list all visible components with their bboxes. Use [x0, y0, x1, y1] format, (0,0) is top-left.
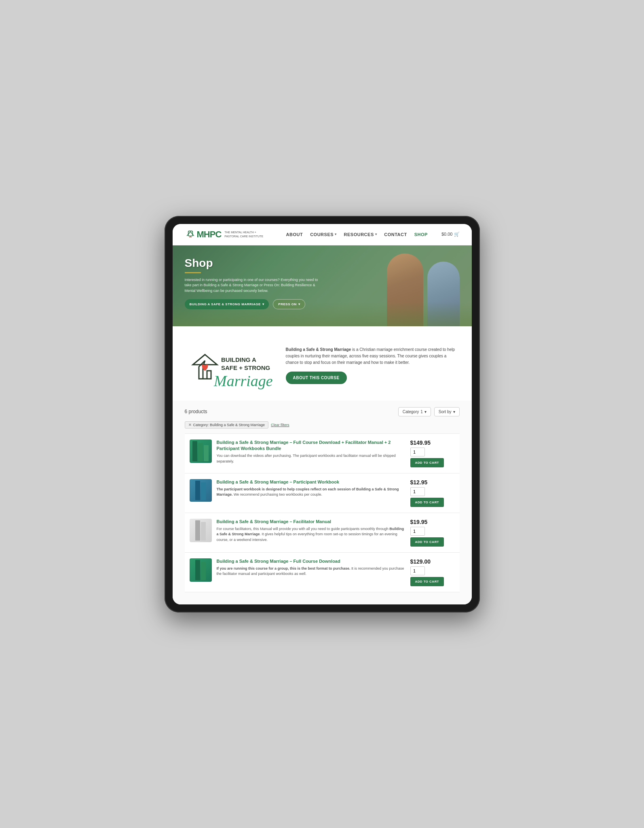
product-desc: The participant workbook is designed to … [217, 487, 405, 498]
product-thumb-bundle [190, 439, 212, 463]
add-to-cart-btn[interactable]: ADD TO CART [410, 498, 444, 507]
product-price: $12.95 [410, 479, 428, 486]
btn2-chevron-icon: ▾ [298, 302, 300, 306]
svg-text:SAFE + STRONG: SAFE + STRONG [221, 364, 270, 371]
product-thumb-download [190, 558, 212, 582]
product-thumb-manual [190, 519, 212, 542]
thumb-books-4 [190, 558, 212, 582]
product-price: $19.95 [410, 519, 428, 525]
quantity-input[interactable] [410, 448, 425, 456]
category-dropdown[interactable]: Category 1 ▾ [398, 407, 431, 416]
hero-title: Shop [185, 257, 325, 270]
hero-section: Shop Interested in running or participat… [173, 245, 472, 326]
product-price-area: $12.95 ADD TO CART [410, 479, 455, 507]
hero-underline [185, 272, 201, 273]
quantity-input[interactable] [410, 487, 425, 496]
book-spine [195, 560, 200, 580]
sortby-chevron-icon: ▾ [453, 410, 455, 414]
product-name: Building a Safe & Strong Marriage – Full… [217, 558, 405, 564]
site-header: MHPC THE MENTAL HEALTH + PASTORAL CARE I… [173, 224, 472, 245]
quantity-input[interactable] [410, 527, 425, 536]
product-price-area: $19.95 ADD TO CART [410, 519, 455, 547]
product-item: Building a Safe & Strong Marriage – Part… [185, 473, 460, 513]
product-item: Building a Safe & Strong Marriage – Full… [185, 433, 460, 473]
book-spine [201, 562, 206, 580]
book-spine [195, 520, 200, 541]
svg-marker-2 [193, 355, 217, 365]
thumb-books [190, 439, 212, 463]
remove-filter-btn[interactable]: ✕ [188, 423, 192, 427]
svg-text:Marriage: Marriage [213, 372, 273, 389]
product-name: Building a Safe & Strong Marriage – Full… [217, 439, 405, 452]
thumb-books-2 [190, 479, 212, 502]
products-section: 6 products Category 1 ▾ Sort by ▾ ✕ [173, 401, 472, 604]
svg-text:BUILDING A: BUILDING A [221, 356, 256, 363]
product-name: Building a Safe & Strong Marriage – Part… [217, 479, 405, 485]
btn1-chevron-icon: ▾ [262, 302, 264, 306]
thumb-books-3 [190, 519, 212, 542]
product-list: Building a Safe & Strong Marriage – Full… [185, 433, 460, 592]
product-desc: For course facilitators, this Manual wil… [217, 526, 405, 543]
clear-filters-btn[interactable]: Clear filters [271, 423, 289, 427]
product-price-area: $149.95 ADD TO CART [410, 439, 455, 467]
product-info: Building a Safe & Strong Marriage – Part… [217, 479, 405, 498]
product-price-area: $129.00 ADD TO CART [410, 558, 455, 586]
category-chevron-icon: ▾ [424, 410, 427, 414]
cart-button[interactable]: $0.00 🛒 [441, 232, 460, 237]
products-count: 6 products [185, 409, 207, 414]
press-on-btn[interactable]: PRESS ON ▾ [273, 299, 305, 309]
product-desc: If you are running this course for a gro… [217, 566, 405, 577]
tablet-screen: MHPC THE MENTAL HEALTH + PASTORAL CARE I… [173, 224, 472, 604]
hero-buttons: BUILDING A SAFE & STRONG MARRIAGE ▾ PRES… [185, 299, 325, 309]
nav-courses[interactable]: COURSES ▾ [310, 232, 336, 237]
hero-content: Shop Interested in running or participat… [173, 245, 337, 321]
logo-tagline: THE MENTAL HEALTH + PASTORAL CARE INSTIT… [224, 230, 263, 238]
tablet-frame: MHPC THE MENTAL HEALTH + PASTORAL CARE I… [165, 216, 480, 613]
course-description: Building a Safe & Strong Marriage is a C… [286, 346, 460, 366]
product-price: $129.00 [410, 558, 431, 565]
site-nav: ABOUT COURSES ▾ RESOURCES ▾ CONTACT SHOP… [286, 232, 460, 237]
course-logo-section: BUILDING A SAFE + STRONG Marriage Buildi… [173, 326, 472, 401]
nav-shop[interactable]: SHOP [414, 232, 428, 237]
toolbar-right: Category 1 ▾ Sort by ▾ [398, 407, 460, 416]
quantity-input[interactable] [410, 566, 425, 575]
product-thumb-workbook [190, 479, 212, 502]
course-description-area: Building a Safe & Strong Marriage is a C… [286, 346, 460, 384]
book-spine [201, 522, 206, 541]
hero-text: Interested in running or participating i… [185, 277, 325, 294]
course-logo: BUILDING A SAFE + STRONG Marriage [185, 338, 274, 393]
course-logo-svg: BUILDING A SAFE + STRONG Marriage [185, 338, 274, 391]
add-to-cart-btn[interactable]: ADD TO CART [410, 537, 444, 547]
sortby-dropdown[interactable]: Sort by ▾ [434, 407, 460, 416]
book-spine [195, 481, 200, 500]
building-marriage-btn[interactable]: BUILDING A SAFE & STRONG MARRIAGE ▾ [185, 299, 269, 309]
logo-text: MHPC [197, 229, 222, 240]
about-course-btn[interactable]: ABOUT THIS COURSE [286, 372, 347, 384]
nav-contact[interactable]: CONTACT [384, 232, 407, 237]
book-spine [204, 445, 209, 461]
active-filter-bar: ✕ Category: Building a Safe & Strong Mar… [185, 421, 460, 429]
product-info: Building a Safe & Strong Marriage – Faci… [217, 519, 405, 543]
resources-chevron-icon: ▾ [375, 232, 377, 236]
logo-icon [185, 229, 196, 240]
cart-icon: 🛒 [454, 232, 460, 237]
product-item: Building a Safe & Strong Marriage – Faci… [185, 513, 460, 553]
nav-about[interactable]: ABOUT [286, 232, 303, 237]
product-price: $149.95 [410, 439, 431, 446]
product-name: Building a Safe & Strong Marriage – Faci… [217, 519, 405, 525]
filter-tag: ✕ Category: Building a Safe & Strong Mar… [185, 421, 269, 429]
nav-resources[interactable]: RESOURCES ▾ [344, 232, 377, 237]
courses-chevron-icon: ▾ [335, 232, 337, 236]
book-spine [201, 482, 206, 500]
book-spine [192, 441, 197, 461]
book-spine [198, 443, 203, 461]
add-to-cart-btn[interactable]: ADD TO CART [410, 458, 444, 467]
product-info: Building a Safe & Strong Marriage – Full… [217, 558, 405, 577]
product-desc: You can download the videos after purcha… [217, 453, 405, 464]
logo-area: MHPC THE MENTAL HEALTH + PASTORAL CARE I… [185, 229, 264, 240]
add-to-cart-btn[interactable]: ADD TO CART [410, 577, 444, 586]
product-info: Building a Safe & Strong Marriage – Full… [217, 439, 405, 465]
product-item: Building a Safe & Strong Marriage – Full… [185, 553, 460, 592]
products-toolbar: 6 products Category 1 ▾ Sort by ▾ [185, 407, 460, 416]
